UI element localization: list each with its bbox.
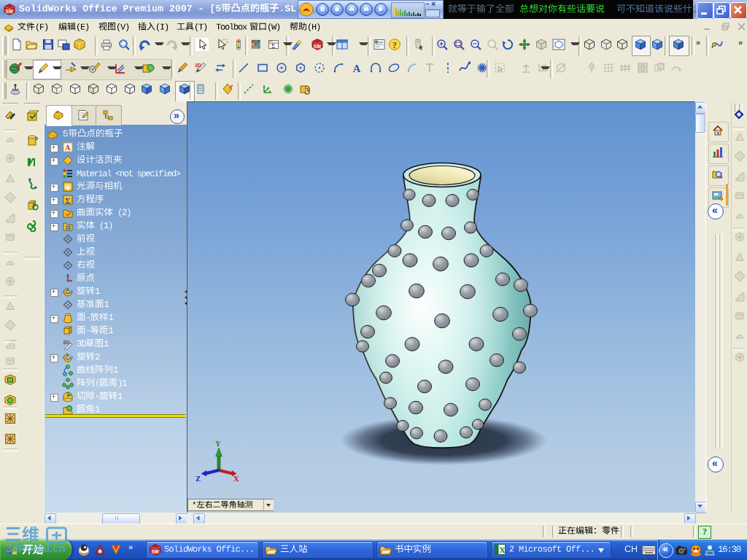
svg-text:SW: SW bbox=[314, 44, 322, 49]
svg-text:X: X bbox=[500, 545, 506, 554]
svg-text:Z: Z bbox=[196, 475, 201, 483]
svg-text:A: A bbox=[65, 144, 71, 152]
svg-text:?: ? bbox=[392, 40, 397, 50]
svg-text:X: X bbox=[233, 475, 239, 483]
svg-text:A: A bbox=[352, 63, 360, 74]
svg-text:Y: Y bbox=[215, 440, 221, 448]
svg-text:Σ: Σ bbox=[271, 43, 275, 50]
svg-text:SW: SW bbox=[152, 549, 160, 554]
svg-text:Σ: Σ bbox=[66, 197, 71, 205]
svg-text:SW: SW bbox=[6, 9, 14, 14]
svg-text:3D: 3D bbox=[195, 63, 201, 68]
